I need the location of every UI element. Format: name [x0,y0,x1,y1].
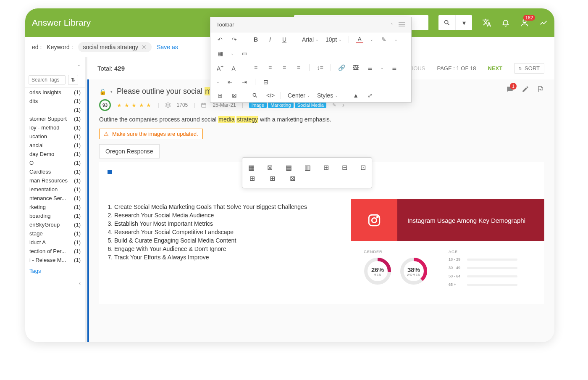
search-tags-input[interactable] [29,75,66,84]
toolbar-collapse-icon[interactable]: ⌃ [390,23,394,27]
table-split-icon[interactable]: ▥ [304,164,311,171]
tag-count: (1) [74,151,81,157]
table-icon[interactable]: ▦ [216,50,224,57]
save-as-link[interactable]: Save as [157,44,178,50]
outdent-icon[interactable]: ⇤ [226,79,234,85]
highlight-chevron[interactable]: ⌄ [394,37,398,42]
table-col-left-icon[interactable]: ⊞ [248,174,256,182]
sidebar-tag-row[interactable]: stomer Support(1) [25,114,85,123]
italic-icon[interactable]: I [266,36,274,43]
font-decrease-icon[interactable]: A- [231,63,238,72]
expand-icon[interactable]: › [342,101,344,109]
sidebar-tag-row[interactable]: tection of Per...(1) [25,247,85,256]
fullscreen-icon[interactable]: ⤢ [366,92,374,99]
sidebar-tag-row[interactable]: ancial(1) [25,141,85,150]
user-icon[interactable]: 162 [520,18,529,27]
indent-icon[interactable]: ⇥ [241,79,248,85]
table-insert-icon[interactable]: ▦ [248,164,255,171]
highlight-icon[interactable]: ✎ [380,36,388,43]
sort-button[interactable]: ⇅ SORT [514,63,544,74]
floating-toolbar[interactable]: Toolbar ⌃ ↶ ↷ B I U Arial⌄ 10pt⌄ A ⌄ ✎ [210,17,412,103]
align-justify-icon[interactable]: ≡ [295,64,302,71]
table-delete-icon[interactable]: ⊠ [267,164,273,171]
sidebar-tag-row[interactable]: oriss Insights(1) [25,88,85,97]
sidebar-tag-row[interactable]: man Resources(1) [25,176,85,185]
bell-icon[interactable] [501,18,510,27]
response-tab[interactable]: Oregon Response [99,144,160,158]
meta-tag-pill[interactable]: Social Media [295,102,326,108]
search-icon[interactable] [438,15,455,30]
chip-remove-icon[interactable]: ✕ [142,44,147,50]
table-row-below-icon[interactable]: ⊡ [360,164,366,171]
sidebar-tag-row[interactable]: O(1) [25,158,85,167]
meta-tag-pill[interactable]: image [249,102,267,108]
sidebar-tag-row[interactable]: stage(1) [25,229,85,238]
table-chevron[interactable]: ⌄ [231,51,234,55]
size-dropdown[interactable]: 10pt⌄ [326,36,342,43]
image-icon[interactable]: 🖼 [352,64,360,71]
font-increase-icon[interactable]: A+ [216,63,224,72]
line-spacing-icon[interactable]: ↕≡ [316,64,324,71]
insert-block-icon[interactable]: ⊞ [216,92,224,99]
sidebar-tag-row[interactable]: ucation(1) [25,132,85,141]
sidebar-tag-row[interactable]: lementation(1) [25,185,85,194]
sidebar-tag-row[interactable]: dits(1) [25,97,85,106]
flag-icon[interactable] [537,85,544,94]
alignment-dropdown[interactable]: Center⌄ [288,92,310,99]
question-menu-icon[interactable]: ▾ [110,90,113,94]
align-left-icon[interactable]: ≡ [252,64,260,71]
meta-tag-pill[interactable]: Marketing [268,102,293,108]
comment-icon[interactable]: 1 [506,85,514,94]
edit-icon[interactable] [522,85,529,94]
align-center-icon[interactable]: ≡ [266,64,274,71]
tags-link[interactable]: Tags [25,264,85,277]
find-icon[interactable] [252,92,260,98]
toolbar-drag-icon[interactable] [399,22,405,27]
remove-block-icon[interactable]: ⊠ [231,92,238,99]
clear-format-icon[interactable]: ▲ [352,92,360,99]
sidebar-tag-row[interactable]: ntenance Ser...(1) [25,194,85,203]
bullet-chevron[interactable]: ⌄ [381,66,384,70]
sidebar-tag-row[interactable]: enSkyGroup(1) [25,220,85,229]
number-list-icon[interactable]: ≣ [391,64,398,71]
response-area[interactable]: ▦ ⊠ ▤ ▥ ⊞ ⊟ ⊡ ⊞ ⊞ ⊠ [99,161,544,304]
table-row-above-icon[interactable]: ⊟ [342,164,348,171]
text-color-icon[interactable]: A [356,36,363,43]
page-break-icon[interactable]: ⊟ [262,79,270,85]
sidebar-tag-row[interactable]: Cardless(1) [25,167,85,176]
undo-icon[interactable]: ↶ [216,36,224,43]
search-dropdown[interactable]: ▾ [455,15,472,30]
link-icon[interactable]: 🔗 [338,64,345,71]
bullet-list-icon[interactable]: ≣ [366,64,374,71]
styles-dropdown[interactable]: Styles⌄ [317,92,338,99]
table-cell-delete-icon[interactable]: ⊠ [289,174,296,182]
sidebar-collapse-bottom[interactable]: ‹ [25,277,85,289]
sidebar-tag-row[interactable]: day Demo(1) [25,150,85,158]
sidebar-tag-row[interactable]: loy - method(1) [25,123,85,132]
toolbar-titlebar[interactable]: Toolbar ⌃ [210,17,411,32]
tag-sort-button[interactable]: ⇅ [68,75,78,85]
unknown-icon-1[interactable]: ▭ [241,50,248,57]
underline-icon[interactable]: U [281,36,288,43]
redo-icon[interactable]: ↷ [231,36,238,43]
keyword-chip[interactable]: social media strategy ✕ [78,42,152,52]
edit-tags-icon[interactable]: ✎ [332,102,336,108]
sidebar-tag-row[interactable]: rketing(1) [25,203,85,211]
sidebar-collapse-top[interactable]: ⌄ [25,57,85,72]
font-dropdown[interactable]: Arial⌄ [302,36,319,43]
chart-icon[interactable] [539,18,548,27]
bold-icon[interactable]: B [252,36,260,43]
text-color-chevron[interactable]: ⌄ [370,37,373,42]
code-icon[interactable]: </> [266,92,274,99]
table-header-icon[interactable]: ▤ [286,164,292,171]
sidebar-tag-row[interactable]: boarding(1) [25,211,85,220]
align-right-icon[interactable]: ≡ [281,64,288,71]
sidebar-tag-row[interactable]: i - Release M...(1) [25,256,85,264]
number-chevron[interactable]: ⌄ [216,80,220,84]
table-col-right-icon[interactable]: ⊞ [268,174,276,182]
translate-icon[interactable] [482,18,491,27]
sidebar-tag-row[interactable]: (1) [25,106,85,114]
sidebar-tag-row[interactable]: iduct A(1) [25,238,85,247]
table-merge-icon[interactable]: ⊞ [323,164,329,171]
next-button[interactable]: NEXT [488,65,502,71]
